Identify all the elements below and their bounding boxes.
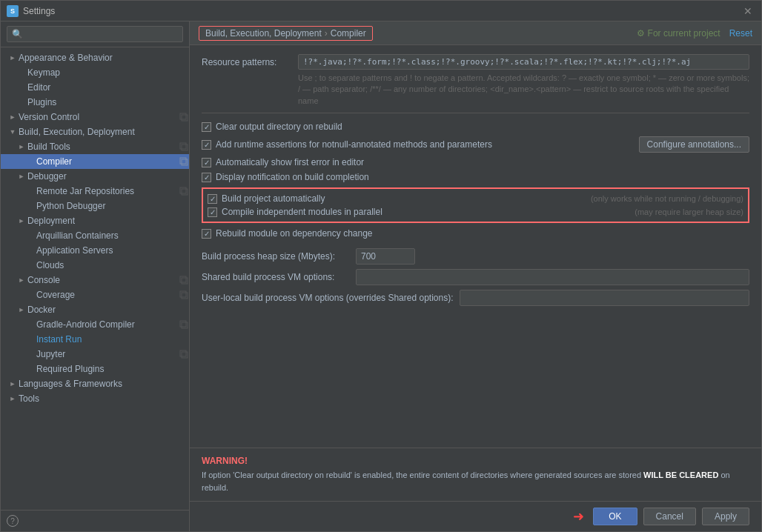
sidebar-item-docker[interactable]: Docker (1, 302, 189, 317)
sidebar-item-label: Plugins (27, 97, 189, 107)
clear-output-checkbox[interactable] (202, 122, 211, 132)
sidebar-item-gradle-android[interactable]: Gradle-Android Compiler (1, 317, 189, 332)
sidebar-item-instant-run[interactable]: Instant Run (1, 332, 189, 347)
help-button[interactable]: ? (7, 515, 19, 527)
apply-button[interactable]: Apply (702, 508, 749, 525)
shared-vm-row: Shared build process VM options: (202, 269, 749, 285)
warning-text-bold: WILL BE CLEARED (643, 471, 718, 479)
sidebar: Appearance & Behavior Keymap Editor (1, 21, 190, 531)
sidebar-item-label: Console (27, 275, 176, 285)
settings-window: S Settings ✕ Appearance & Behavior (0, 0, 762, 532)
svg-rect-3 (182, 144, 188, 150)
svg-rect-10 (180, 291, 186, 297)
sidebar-item-keymap[interactable]: Keymap (1, 65, 189, 80)
for-current-project[interactable]: ⚙ For current project (637, 28, 720, 39)
breadcrumb-current: Compiler (331, 28, 366, 39)
sidebar-item-build-tools[interactable]: Build Tools (1, 139, 189, 154)
warning-text-normal: If option 'Clear output directory on reb… (202, 471, 641, 479)
sidebar-item-app-servers[interactable]: Application Servers (1, 243, 189, 258)
heap-size-label: Build process heap size (Mbytes): (202, 251, 350, 262)
build-auto-note: (only works while not running / debuggin… (591, 194, 743, 203)
breadcrumb: Build, Execution, Deployment › Compiler (199, 26, 373, 41)
sidebar-item-label: Editor (27, 82, 189, 93)
sidebar-bottom: ? (1, 510, 189, 531)
arrow-icon (24, 363, 36, 375)
sidebar-item-appearance[interactable]: Appearance & Behavior (1, 50, 189, 65)
app-icon: S (7, 5, 19, 17)
checkbox-compile-parallel: Compile independent modules in parallel … (208, 205, 743, 219)
sidebar-item-console[interactable]: Console (1, 273, 189, 287)
compile-parallel-checkbox[interactable] (208, 207, 217, 217)
heap-size-input[interactable] (356, 248, 415, 265)
sidebar-item-debugger[interactable]: Debugger (1, 169, 189, 184)
search-input[interactable] (7, 26, 183, 42)
user-local-vm-label: User-local build process VM options (ove… (202, 293, 454, 303)
arrow-icon (7, 378, 19, 390)
shared-vm-input[interactable] (356, 269, 749, 285)
warning-section: WARNING! If option 'Clear output directo… (190, 448, 761, 501)
copy-icon (179, 290, 189, 300)
sidebar-item-required-plugins[interactable]: Required Plugins (1, 362, 189, 376)
build-auto-label: Build project automatically (222, 193, 577, 204)
heap-size-row: Build process heap size (Mbytes): (202, 248, 749, 265)
divider (202, 113, 749, 113)
add-runtime-label: Add runtime assertions for notnull-annot… (216, 139, 635, 150)
sidebar-item-python-debugger[interactable]: Python Debugger (1, 199, 189, 213)
checkbox-display-notification: Display notification on build completion (202, 170, 749, 184)
svg-rect-9 (182, 278, 188, 284)
user-local-vm-row: User-local build process VM options (ove… (202, 290, 749, 306)
configure-annotations-button[interactable]: Configure annotations... (639, 136, 749, 153)
sidebar-item-deployment[interactable]: Deployment (1, 213, 189, 228)
arrow-icon (24, 200, 36, 212)
svg-rect-15 (182, 352, 188, 358)
sidebar-item-label: Build Tools (27, 142, 176, 152)
ok-button[interactable]: OK (593, 508, 637, 525)
sidebar-item-label: Appearance & Behavior (19, 53, 189, 63)
sidebar-item-label: Remote Jar Repositories (36, 186, 176, 196)
bottom-bar: ➜ OK Cancel Apply (190, 501, 761, 531)
search-box (1, 21, 189, 47)
cancel-button[interactable]: Cancel (643, 508, 696, 525)
sidebar-item-coverage[interactable]: Coverage (1, 287, 189, 302)
auto-show-error-label: Automatically show first error in editor (216, 157, 749, 167)
arrow-indicator: ➜ (573, 508, 584, 525)
auto-show-error-checkbox[interactable] (202, 158, 211, 167)
svg-rect-4 (180, 158, 186, 164)
rebuild-module-checkbox[interactable] (202, 229, 211, 239)
sidebar-item-clouds[interactable]: Clouds (1, 258, 189, 273)
sidebar-item-editor[interactable]: Editor (1, 80, 189, 95)
arrow-icon (16, 170, 27, 182)
sidebar-item-label: Required Plugins (36, 364, 189, 374)
arrow-icon (16, 304, 27, 316)
arrow-icon (7, 393, 19, 405)
sidebar-item-label: Debugger (27, 171, 189, 182)
sidebar-item-build-execution[interactable]: Build, Execution, Deployment (1, 124, 189, 139)
build-auto-checkbox[interactable] (208, 194, 217, 204)
sidebar-item-label: Application Servers (36, 245, 189, 256)
title-bar-left: S Settings (7, 5, 55, 17)
warning-text: If option 'Clear output directory on reb… (202, 469, 749, 493)
checkbox-rebuild-module: Rebuild module on dependency change (202, 226, 749, 241)
svg-rect-14 (180, 350, 186, 356)
svg-rect-11 (182, 293, 188, 299)
arrow-icon (24, 333, 36, 345)
sidebar-item-tools[interactable]: Tools (1, 391, 189, 406)
display-notification-checkbox[interactable] (202, 173, 211, 182)
sidebar-item-remote-jar[interactable]: Remote Jar Repositories (1, 184, 189, 199)
user-local-vm-input[interactable] (460, 290, 750, 306)
add-runtime-checkbox[interactable] (202, 140, 211, 150)
close-button[interactable]: ✕ (741, 4, 755, 19)
sidebar-item-version-control[interactable]: Version Control (1, 110, 189, 124)
arrow-icon (24, 259, 36, 271)
sidebar-item-languages[interactable]: Languages & Frameworks (1, 376, 189, 391)
sidebar-item-plugins[interactable]: Plugins (1, 95, 189, 110)
resource-patterns-input[interactable] (298, 54, 749, 70)
checkbox-add-runtime: Add runtime assertions for notnull-annot… (202, 134, 749, 155)
sidebar-item-compiler[interactable]: Compiler (1, 154, 189, 169)
sidebar-item-arquillian[interactable]: Arquillian Containers (1, 228, 189, 243)
arrow-icon (16, 82, 27, 93)
reset-button[interactable]: Reset (729, 28, 752, 39)
sidebar-item-jupyter[interactable]: Jupyter (1, 347, 189, 362)
sidebar-tree: Appearance & Behavior Keymap Editor (1, 47, 189, 510)
sidebar-item-label: Python Debugger (36, 201, 189, 211)
